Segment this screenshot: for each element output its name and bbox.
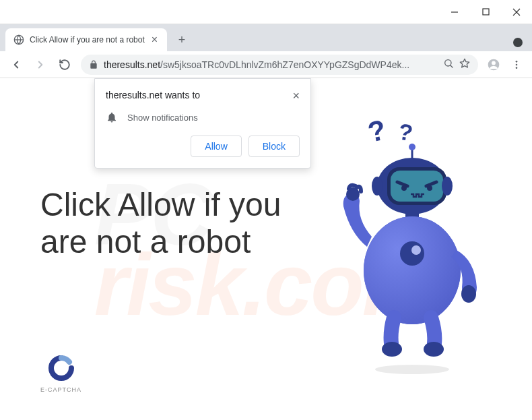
allow-button[interactable]: Allow <box>191 136 241 157</box>
tabbar-indicator <box>513 38 523 47</box>
svg-point-33 <box>424 342 444 357</box>
svg-point-10 <box>492 61 496 65</box>
robot-illustration: ? ? <box>330 119 492 375</box>
page-heading: Click Allow if you are not a robot <box>40 186 303 260</box>
url-text: theresults.net/sw5jksoaTRc0vDLhnlvZm6hZ7… <box>104 59 438 70</box>
svg-rect-1 <box>483 9 489 15</box>
browser-tab[interactable]: Click Allow if you are not a robot × <box>5 28 167 51</box>
notification-permission-text: Show notifications <box>127 113 198 123</box>
reload-button[interactable] <box>54 54 75 76</box>
captcha-badge: E-CAPTCHA <box>40 354 81 393</box>
tab-title: Click Allow if you are not a robot <box>30 35 145 44</box>
captcha-icon <box>47 354 75 382</box>
browser-toolbar: theresults.net/sw5jksoaTRc0vDLhnlvZm6hZ7… <box>0 51 532 78</box>
globe-icon <box>13 34 24 45</box>
search-icon[interactable] <box>443 58 454 71</box>
notification-close-button[interactable]: × <box>292 90 300 102</box>
svg-point-32 <box>382 342 402 357</box>
svg-point-11 <box>516 61 518 63</box>
svg-marker-8 <box>460 59 469 67</box>
svg-point-24 <box>442 177 453 196</box>
block-button[interactable]: Block <box>248 136 300 157</box>
notification-origin: theresults.net wants to <box>106 90 200 100</box>
page-content: PC risk.com Click Allow if you are not a… <box>0 78 532 420</box>
svg-point-31 <box>461 285 476 303</box>
star-icon[interactable] <box>459 58 470 71</box>
svg-line-7 <box>451 65 453 67</box>
menu-button[interactable] <box>506 55 527 75</box>
new-tab-button[interactable]: + <box>172 30 191 49</box>
maximize-button[interactable] <box>470 0 501 24</box>
tab-close-button[interactable]: × <box>150 34 159 46</box>
svg-point-21 <box>401 185 407 191</box>
forward-button[interactable] <box>30 54 51 76</box>
svg-point-28 <box>400 241 424 266</box>
svg-point-29 <box>411 245 421 255</box>
lock-icon <box>89 60 98 69</box>
svg-point-27 <box>364 216 461 324</box>
svg-text:?: ? <box>365 119 389 148</box>
notification-prompt: theresults.net wants to × Show notificat… <box>94 78 311 169</box>
address-bar[interactable]: theresults.net/sw5jksoaTRc0vDLhnlvZm6hZ7… <box>81 55 478 75</box>
minimize-button[interactable] <box>439 0 470 24</box>
svg-point-13 <box>516 67 518 69</box>
svg-text:?: ? <box>397 119 415 146</box>
tab-bar: Click Allow if you are not a robot × + <box>0 24 532 51</box>
svg-point-12 <box>516 63 518 65</box>
back-button[interactable] <box>5 54 27 76</box>
svg-point-22 <box>427 185 432 191</box>
svg-point-17 <box>409 144 415 150</box>
bell-icon <box>106 111 118 123</box>
svg-point-34 <box>375 365 449 374</box>
profile-button[interactable] <box>484 55 504 75</box>
close-window-button[interactable] <box>501 0 532 24</box>
window-titlebar <box>0 0 532 24</box>
captcha-label: E-CAPTCHA <box>40 386 81 393</box>
svg-point-23 <box>372 177 383 196</box>
